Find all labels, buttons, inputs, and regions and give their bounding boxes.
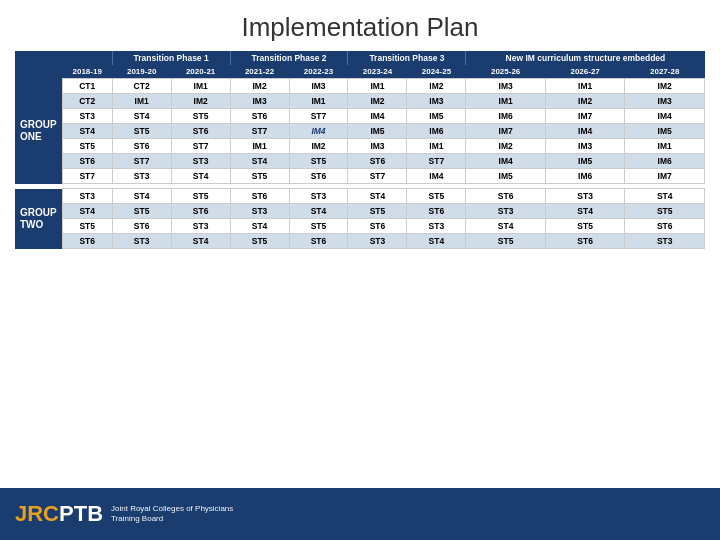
table-cell: IM1 <box>230 139 289 154</box>
table-cell: ST6 <box>466 189 546 204</box>
year-header-row: 2018-19 2019-20 2020-21 2021-22 2022-23 … <box>15 65 705 79</box>
table-cell: IM1 <box>348 79 407 94</box>
table-cell: ST4 <box>112 189 171 204</box>
table-cell: ST5 <box>348 204 407 219</box>
table-cell: IM3 <box>625 94 705 109</box>
year-2026: 2026-27 <box>545 65 625 79</box>
header: Implementation Plan <box>0 0 720 51</box>
table-cell: ST5 <box>545 219 625 234</box>
footer: JRCPTB Joint Royal Colleges of Physician… <box>0 488 720 540</box>
table-cell: ST3 <box>62 189 112 204</box>
table-cell: ST5 <box>171 109 230 124</box>
table-cell: ST6 <box>171 204 230 219</box>
table-cell: ST4 <box>112 109 171 124</box>
table-cell: ST5 <box>625 204 705 219</box>
table-cell: IM2 <box>466 139 546 154</box>
table-cell: ST6 <box>289 234 348 249</box>
group-label: GROUP ONE <box>15 79 62 184</box>
table-cell: IM3 <box>466 79 546 94</box>
table-cell: IM4 <box>289 124 348 139</box>
table-cell: ST4 <box>466 219 546 234</box>
table-cell: ST6 <box>545 234 625 249</box>
year-2021: 2021-22 <box>230 65 289 79</box>
table-cell: IM2 <box>348 94 407 109</box>
implementation-table: Transition Phase 1 Transition Phase 2 Tr… <box>15 51 705 249</box>
table-cell: IM5 <box>407 109 466 124</box>
table-cell: ST6 <box>62 234 112 249</box>
table-cell: ST5 <box>62 219 112 234</box>
table-cell: ST3 <box>407 219 466 234</box>
page-title: Implementation Plan <box>20 12 700 43</box>
phase1-header: Transition Phase 1 <box>112 51 230 65</box>
table-cell: ST3 <box>171 154 230 169</box>
table-cell: ST4 <box>545 204 625 219</box>
table-cell: ST4 <box>62 204 112 219</box>
year-2018: 2018-19 <box>62 65 112 79</box>
group-label: GROUP TWO <box>15 189 62 249</box>
table-cell: ST5 <box>289 154 348 169</box>
table-row: ST7ST3ST4ST5ST6ST7IM4IM5IM6IM7 <box>15 169 705 184</box>
table-cell: ST6 <box>62 154 112 169</box>
year-2023: 2023-24 <box>348 65 407 79</box>
logo-area: JRCPTB Joint Royal Colleges of Physician… <box>15 501 241 527</box>
table-cell: ST5 <box>407 189 466 204</box>
table-row: GROUP TWOST3ST4ST5ST6ST3ST4ST5ST6ST3ST4 <box>15 189 705 204</box>
table-cell: IM1 <box>289 94 348 109</box>
table-row: ST4ST5ST6ST7IM4IM5IM6IM7IM4IM5 <box>15 124 705 139</box>
table-cell: IM7 <box>545 109 625 124</box>
table-cell: IM6 <box>466 109 546 124</box>
logo-jrc: JRC <box>15 501 59 526</box>
table-cell: IM3 <box>289 79 348 94</box>
table-cell: ST5 <box>112 204 171 219</box>
table-cell: ST6 <box>348 219 407 234</box>
table-cell: ST4 <box>625 189 705 204</box>
table-row: ST4ST5ST6ST3ST4ST5ST6ST3ST4ST5 <box>15 204 705 219</box>
table-cell: ST3 <box>171 219 230 234</box>
group-col-header <box>15 65 62 79</box>
table-cell: IM7 <box>466 124 546 139</box>
phase3-header: Transition Phase 3 <box>348 51 466 65</box>
table-cell: CT1 <box>62 79 112 94</box>
table-cell: ST5 <box>289 219 348 234</box>
table-cell: IM4 <box>625 109 705 124</box>
table-cell: ST6 <box>112 219 171 234</box>
table-row: ST5ST6ST3ST4ST5ST6ST3ST4ST5ST6 <box>15 219 705 234</box>
year-2019: 2019-20 <box>112 65 171 79</box>
table-cell: IM2 <box>289 139 348 154</box>
table-cell: ST4 <box>230 154 289 169</box>
table-row: ST6ST3ST4ST5ST6ST3ST4ST5ST6ST3 <box>15 234 705 249</box>
table-cell: ST7 <box>407 154 466 169</box>
logo-ptb: PTB <box>59 501 103 526</box>
table-cell: CT2 <box>112 79 171 94</box>
content: Transition Phase 1 Transition Phase 2 Tr… <box>0 51 720 488</box>
table-cell: IM5 <box>545 154 625 169</box>
table-cell: IM1 <box>407 139 466 154</box>
table-cell: IM1 <box>466 94 546 109</box>
table-cell: IM2 <box>625 79 705 94</box>
table-row: GROUP ONECT1CT2IM1IM2IM3IM1IM2IM3IM1IM2 <box>15 79 705 94</box>
table-cell: ST6 <box>407 204 466 219</box>
table-cell: ST4 <box>171 234 230 249</box>
table-cell: ST6 <box>230 109 289 124</box>
table-cell: IM3 <box>230 94 289 109</box>
table-cell: ST6 <box>348 154 407 169</box>
table-cell: ST7 <box>112 154 171 169</box>
table-cell: IM5 <box>466 169 546 184</box>
year-2022: 2022-23 <box>289 65 348 79</box>
table-cell: ST7 <box>289 109 348 124</box>
table-row: ST5ST6ST7IM1IM2IM3IM1IM2IM3IM1 <box>15 139 705 154</box>
table-cell: IM6 <box>545 169 625 184</box>
table-cell: IM1 <box>625 139 705 154</box>
table-cell: IM4 <box>466 154 546 169</box>
table-cell: IM4 <box>545 124 625 139</box>
org-name: Joint Royal Colleges of Physicians Train… <box>111 504 241 525</box>
embedded-header: New IM curriculum structure embedded <box>466 51 705 65</box>
table-cell: ST5 <box>62 139 112 154</box>
table-cell: IM2 <box>230 79 289 94</box>
table-cell: ST5 <box>171 189 230 204</box>
table-cell: ST6 <box>230 189 289 204</box>
year-2027: 2027-28 <box>625 65 705 79</box>
table-cell: ST4 <box>171 169 230 184</box>
table-cell: ST4 <box>407 234 466 249</box>
table-cell: IM1 <box>112 94 171 109</box>
